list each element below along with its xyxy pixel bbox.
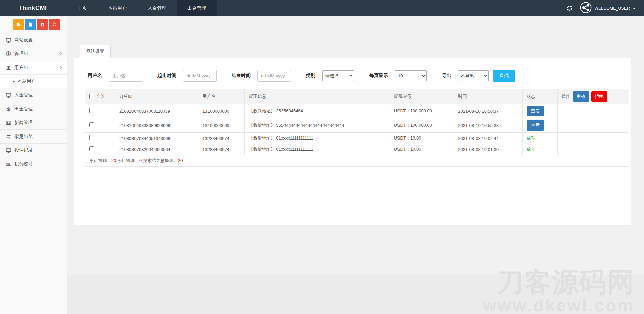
sidebar-item-site-users[interactable]: 本站用户	[0, 75, 67, 88]
monitor-icon	[6, 148, 14, 153]
refresh-icon[interactable]	[566, 5, 573, 11]
navbar-menu: 主页本站用户入金管理出金管理	[67, 0, 217, 16]
category-select[interactable]: 请选择	[322, 70, 354, 81]
caret-down-icon	[633, 8, 636, 9]
nav-item-home[interactable]: 主页	[67, 0, 98, 16]
sidebar: 网站设置管理组用户组本站用户入金管理$出金管理新闻管理指定出奖投注记录VISA积…	[0, 16, 67, 314]
trash-toolbar-button[interactable]	[37, 19, 48, 30]
row-checkbox[interactable]	[89, 122, 94, 127]
file-icon	[28, 22, 33, 28]
view-button[interactable]: 查看	[527, 106, 544, 116]
header-time: 时间	[454, 89, 523, 104]
user-dropdown[interactable]: WELCOME_USER	[580, 2, 636, 15]
nav-item-deposit-manage[interactable]: 入金管理	[137, 0, 177, 16]
sidebar-item-label: 指定出奖	[14, 133, 63, 140]
trash-icon	[40, 22, 45, 28]
cell-time: 2021-08-08 19:01:30	[454, 144, 523, 155]
main-content: 网站设置 用户名 起止时间 结束时间 类别 请选择	[67, 16, 644, 314]
user-icon	[6, 65, 14, 71]
header-username: 用户名	[198, 89, 244, 104]
pagesize-select[interactable]: 10	[395, 70, 427, 81]
export-select[interactable]: 不导出	[458, 70, 489, 81]
sidebar-item-news[interactable]: 新闻管理	[0, 116, 67, 130]
file-toolbar-button[interactable]	[25, 19, 36, 30]
cell-status: 成功	[523, 144, 557, 155]
cell-order-id: 210810040837008110039	[115, 104, 198, 118]
cell-action	[557, 104, 629, 118]
header-status: 状态	[523, 89, 557, 104]
sidebar-item-deposit[interactable]: 入金管理	[0, 88, 67, 102]
avatar	[580, 2, 592, 15]
sidebar-item-label: 入金管理	[14, 92, 63, 98]
tabs-row: 网站设置	[74, 45, 631, 58]
sidebar-item-assign-prize[interactable]: 指定出奖	[0, 130, 67, 144]
recycle-icon	[52, 22, 57, 28]
start-date-input[interactable]	[183, 70, 217, 82]
sidebar-toolbar	[0, 16, 67, 33]
watermark-url: www.dkewl.com	[483, 297, 635, 314]
header-select-all: 全选	[85, 89, 115, 104]
cell-select	[85, 104, 115, 118]
select-all-checkbox[interactable]	[89, 94, 94, 99]
cell-select	[85, 144, 115, 155]
header-action: 操作审核拒绝	[557, 89, 629, 104]
cell-select	[85, 133, 115, 144]
brand-logo[interactable]: ThinkCMF	[0, 0, 67, 16]
audit-button[interactable]: 审核	[573, 91, 589, 102]
sidebar-item-admin-group[interactable]: 管理组	[0, 47, 67, 61]
recycle-toolbar-button[interactable]	[49, 19, 60, 30]
summary-cell: 累计提现：20 今日提现：0 搜索结果总提现：20	[85, 155, 629, 167]
user-name: WELCOME_USER	[594, 6, 630, 11]
sidebar-item-label: 新闻管理	[14, 120, 63, 126]
username-label: 用户名	[88, 73, 102, 79]
table-row: 21081004083700811003913100000000【收款地址】 2…	[85, 104, 629, 118]
end-time-label: 结束时间	[232, 73, 251, 79]
cell-order-id: 210808070829044923564	[115, 144, 198, 155]
row-checkbox[interactable]	[89, 108, 94, 113]
row-checkbox[interactable]	[89, 146, 94, 151]
cell-amount: USDT：100,000.00	[390, 104, 454, 118]
chevron-right-icon	[58, 65, 63, 70]
watermark: 刀客源码网 www.dkewl.com	[483, 269, 635, 314]
tab-site-settings[interactable]: 网站设置	[80, 45, 111, 58]
cell-username: 13288463974	[198, 144, 244, 155]
caret-right-icon	[12, 80, 17, 83]
home-toolbar-button[interactable]	[13, 19, 24, 30]
user-circle-icon	[6, 51, 14, 57]
sidebar-item-points-stats[interactable]: VISA积分统计	[0, 157, 67, 171]
monitor-icon	[6, 92, 14, 98]
sidebar-item-user-group[interactable]: 用户组	[0, 61, 67, 75]
sidebar-item-withdraw[interactable]: $出金管理	[0, 102, 67, 116]
table-row: 21081004083308962809913100000000【收款地址】 5…	[85, 118, 629, 133]
view-button[interactable]: 查看	[527, 120, 544, 131]
navbar-right: WELCOME_USER	[566, 0, 644, 16]
end-date-input[interactable]	[257, 70, 291, 82]
reject-button[interactable]: 拒绝	[591, 91, 607, 102]
sidebar-item-bet-records[interactable]: 投注记录	[0, 144, 67, 157]
cell-username: 13100000000	[198, 118, 244, 133]
status-success-text: 成功	[527, 147, 535, 152]
pagesize-label: 每页显示	[369, 73, 388, 79]
table-header-row: 全选 订单ID 用户名 提现信息 提现金额 时间 状态 操作审核拒绝	[85, 89, 629, 104]
table-row: 21080807082904492356413288463974【收款地址】 0…	[85, 144, 629, 155]
sidebar-item-site-settings[interactable]: 网站设置	[0, 33, 67, 47]
nav-item-site-users[interactable]: 本站用户	[98, 0, 137, 16]
exchange-icon	[6, 134, 14, 140]
row-checkbox[interactable]	[89, 135, 94, 140]
filter-bar: 用户名 起止时间 结束时间 类别 请选择 每页显示 10	[85, 69, 629, 82]
header-order-id: 订单ID	[115, 89, 198, 104]
cell-time: 2021-08-10 16:56:37	[454, 104, 523, 118]
cell-info: 【收款地址】 01xxxx11111111111	[244, 144, 390, 155]
dollar-icon: $	[6, 106, 14, 112]
search-button[interactable]: 查找	[493, 70, 515, 82]
svg-text:VISA: VISA	[6, 163, 11, 165]
content-card: 用户名 起止时间 结束时间 类别 请选择 每页显示 10	[74, 58, 631, 225]
sidebar-item-label: 出金管理	[14, 106, 63, 112]
nav-item-withdraw-manage[interactable]: 出金管理	[177, 0, 217, 16]
export-label: 导出	[442, 73, 451, 79]
username-input[interactable]	[109, 70, 142, 82]
sidebar-menu: 网站设置管理组用户组本站用户入金管理$出金管理新闻管理指定出奖投注记录VISA积…	[0, 33, 67, 171]
visa-icon: VISA	[6, 161, 14, 167]
cell-info: 【收款地址】 5554444444444444444444444444	[244, 118, 390, 133]
cell-amount: USDT：100,000.00	[390, 118, 454, 133]
